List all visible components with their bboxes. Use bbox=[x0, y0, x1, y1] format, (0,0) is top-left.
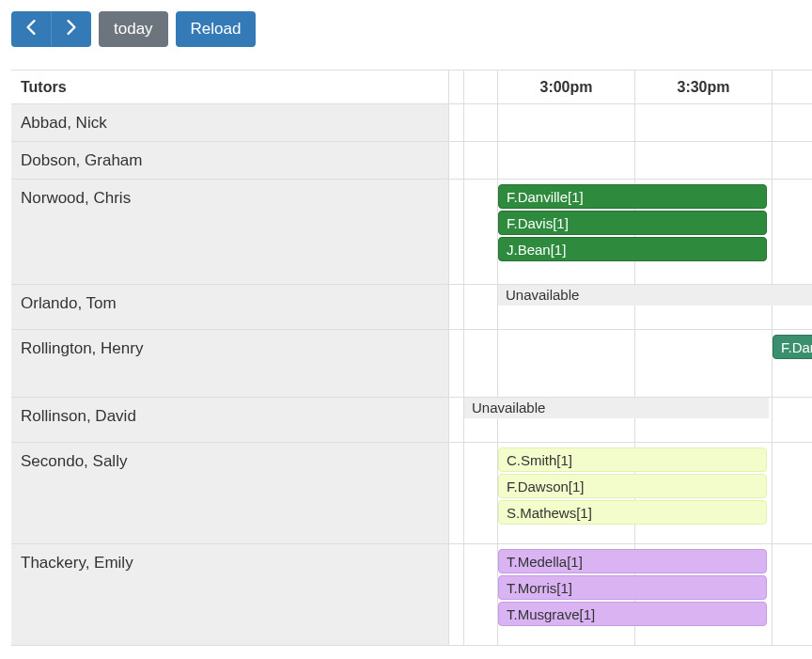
event-label: T.Medella[1] bbox=[507, 554, 583, 570]
tutor-name: Norwood, Chris bbox=[21, 189, 131, 208]
events-container bbox=[464, 142, 812, 148]
tutor-name: Thackery, Emily bbox=[21, 554, 133, 573]
nav-button-group bbox=[11, 11, 91, 47]
reload-button[interactable]: Reload bbox=[176, 11, 257, 47]
calendar-event[interactable]: J.Bean[1] bbox=[498, 237, 767, 261]
today-button[interactable]: today bbox=[99, 11, 168, 47]
event-label: F.Danville[1] bbox=[781, 339, 812, 355]
toolbar: today Reload bbox=[11, 11, 801, 47]
events-container bbox=[464, 104, 812, 110]
event-label: Unavailable bbox=[506, 287, 579, 303]
resource-row[interactable]: Rollinson, David bbox=[11, 398, 448, 443]
tutor-name: Abbad, Nick bbox=[21, 114, 107, 133]
calendar-event[interactable]: T.Musgrave[1] bbox=[498, 602, 767, 626]
divider-cell bbox=[449, 544, 463, 646]
time-row[interactable]: Unavailable bbox=[464, 285, 812, 330]
time-row[interactable]: F.Danville[1]F.Davis[1]J.Bean[1] bbox=[464, 180, 812, 285]
calendar-event[interactable]: F.Dawson[1] bbox=[498, 474, 767, 498]
tutor-name: Rollington, Henry bbox=[21, 339, 143, 358]
calendar-event[interactable]: F.Danville[1] bbox=[498, 184, 767, 209]
resource-row[interactable]: Secondo, Sally bbox=[11, 443, 448, 544]
event-label: F.Danville[1] bbox=[507, 189, 584, 205]
time-slot-label: 3:00pm bbox=[539, 79, 592, 96]
divider-column bbox=[449, 71, 464, 646]
chevron-right-icon bbox=[67, 20, 76, 39]
calendar: Tutors Abbad, NickDobson, GrahamNorwood,… bbox=[11, 70, 812, 646]
events-container: F.Danville[1]F.Davis[1]J.Bean[1] bbox=[464, 180, 812, 266]
time-row[interactable]: F.Danville[1] bbox=[464, 330, 812, 398]
unavailable-block[interactable]: Unavailable bbox=[464, 398, 769, 418]
event-label: C.Smith[1] bbox=[507, 452, 572, 468]
time-row[interactable] bbox=[464, 142, 812, 180]
tutor-name: Dobson, Graham bbox=[21, 151, 142, 170]
event-label: Unavailable bbox=[472, 400, 545, 416]
events-container: C.Smith[1]F.Dawson[1]S.Mathews[1] bbox=[464, 443, 812, 529]
divider-cell bbox=[449, 443, 463, 544]
resource-row[interactable]: Dobson, Graham bbox=[11, 142, 448, 180]
resource-column: Tutors Abbad, NickDobson, GrahamNorwood,… bbox=[11, 71, 449, 646]
resource-header: Tutors bbox=[11, 71, 448, 104]
time-column: 3:00pm3:30pm4: F.Danville[1]F.Davis[1]J.… bbox=[464, 71, 812, 646]
calendar-event[interactable]: T.Morris[1] bbox=[498, 575, 767, 600]
divider-cell bbox=[449, 142, 463, 180]
calendar-event[interactable]: T.Medella[1] bbox=[498, 549, 767, 573]
events-container: F.Danville[1] bbox=[464, 330, 812, 364]
next-button[interactable] bbox=[51, 11, 91, 47]
tutor-name: Rollinson, David bbox=[21, 407, 136, 426]
divider-cell bbox=[449, 180, 463, 285]
unavailable-block[interactable]: Unavailable bbox=[498, 285, 812, 306]
resource-row[interactable]: Norwood, Chris bbox=[11, 180, 448, 285]
event-label: F.Dawson[1] bbox=[507, 479, 585, 494]
event-label: F.Davis[1] bbox=[507, 215, 569, 231]
divider-cell bbox=[449, 398, 463, 443]
time-slot-header: 3:00pm bbox=[498, 71, 635, 103]
time-row[interactable]: Unavailable bbox=[464, 398, 812, 443]
resource-row[interactable]: Rollington, Henry bbox=[11, 330, 448, 398]
time-row[interactable] bbox=[464, 104, 812, 142]
calendar-event[interactable]: C.Smith[1] bbox=[498, 447, 767, 472]
resource-row[interactable]: Orlando, Tom bbox=[11, 285, 448, 330]
tutor-name: Orlando, Tom bbox=[21, 294, 117, 313]
divider-cell bbox=[449, 285, 463, 330]
time-row[interactable]: C.Smith[1]F.Dawson[1]S.Mathews[1] bbox=[464, 443, 812, 544]
calendar-event[interactable]: S.Mathews[1] bbox=[498, 500, 767, 525]
time-slot-header: 4: bbox=[773, 71, 812, 103]
time-header: 3:00pm3:30pm4: bbox=[464, 71, 812, 104]
time-row[interactable]: T.Medella[1]T.Morris[1]T.Musgrave[1] bbox=[464, 544, 812, 646]
event-label: T.Morris[1] bbox=[507, 580, 572, 596]
divider-cell bbox=[449, 104, 463, 142]
calendar-event[interactable]: F.Danville[1] bbox=[773, 335, 812, 359]
calendar-event[interactable]: F.Davis[1] bbox=[498, 211, 767, 235]
prev-button[interactable] bbox=[11, 11, 51, 47]
event-label: J.Bean[1] bbox=[507, 242, 566, 258]
events-container: T.Medella[1]T.Morris[1]T.Musgrave[1] bbox=[464, 544, 812, 631]
events-container: Unavailable bbox=[464, 285, 812, 310]
event-label: S.Mathews[1] bbox=[507, 505, 592, 521]
divider-cell bbox=[449, 330, 463, 398]
time-slot-label: 3:30pm bbox=[677, 79, 729, 96]
chevron-left-icon bbox=[26, 20, 36, 39]
time-slot-initial bbox=[464, 71, 498, 103]
resource-row[interactable]: Abbad, Nick bbox=[11, 104, 448, 142]
events-container: Unavailable bbox=[464, 398, 812, 423]
resource-row[interactable]: Thackery, Emily bbox=[11, 544, 448, 646]
event-label: T.Musgrave[1] bbox=[507, 606, 595, 622]
time-slot-header: 3:30pm bbox=[635, 71, 773, 103]
tutor-name: Secondo, Sally bbox=[21, 452, 127, 471]
